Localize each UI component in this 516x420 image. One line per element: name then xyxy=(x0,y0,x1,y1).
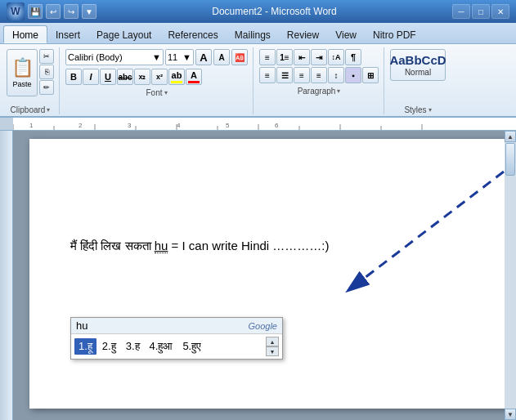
ribbon: 📋 Paste ✂ ⎘ ✏ Clipboard ▾ Calibri (Body)… xyxy=(0,44,516,118)
increase-indent-button[interactable]: ⇥ xyxy=(311,49,327,65)
font-size-decrease-button[interactable]: A xyxy=(213,49,230,65)
ruler-ticks-svg: 1 2 3 4 5 6 xyxy=(13,118,516,130)
align-center-button[interactable]: ☰ xyxy=(276,67,293,83)
ruler-body: 1 2 3 4 5 6 xyxy=(13,118,516,130)
clear-formatting-button[interactable]: 🆎 xyxy=(231,49,248,65)
superscript-button[interactable]: x² xyxy=(151,69,168,85)
clipboard-group: 📋 Paste ✂ ⎘ ✏ Clipboard ▾ xyxy=(2,47,60,114)
subscript-button[interactable]: x₂ xyxy=(134,69,150,85)
sort-button[interactable]: ↕A xyxy=(328,49,344,65)
tab-references[interactable]: References xyxy=(159,25,226,43)
word-icon: W xyxy=(7,2,25,20)
font-color-button[interactable]: A xyxy=(186,69,202,85)
hindi-text-span: मैं हिंदी लिख सकता xyxy=(70,239,155,252)
shading-button[interactable]: ▪ xyxy=(345,67,361,83)
scroll-up-button[interactable]: ▲ xyxy=(505,131,516,142)
minimize-button[interactable]: ─ xyxy=(452,4,470,19)
numbered-list-button[interactable]: 1≡ xyxy=(276,49,293,65)
ime-prev-button[interactable]: ▲ xyxy=(266,337,279,346)
paste-button[interactable]: 📋 Paste xyxy=(7,49,38,96)
save-qat-button[interactable]: 💾 xyxy=(28,4,43,19)
font-family-selector[interactable]: Calibri (Body) ▼ xyxy=(65,49,164,65)
justify-button[interactable]: ≡ xyxy=(311,67,327,83)
text-highlight-button[interactable]: ab xyxy=(168,69,185,85)
font-size-increase-button[interactable]: A xyxy=(195,49,212,65)
scroll-track[interactable] xyxy=(505,142,516,409)
clipboard-expand[interactable]: ▾ xyxy=(47,106,50,114)
font-expand[interactable]: ▾ xyxy=(164,89,168,96)
svg-text:1: 1 xyxy=(29,122,34,129)
styles-group: AaBbCcD Normal Styles ▾ xyxy=(385,47,451,114)
bullet-list-button[interactable]: ≡ xyxy=(259,49,276,65)
svg-text:5: 5 xyxy=(226,122,230,129)
strikethrough-button[interactable]: abc xyxy=(117,69,133,85)
scroll-thumb[interactable] xyxy=(505,143,515,176)
ime-suggestion-1[interactable]: 1.हू xyxy=(74,338,96,355)
tab-review[interactable]: Review xyxy=(279,25,327,43)
more-qat-button[interactable]: ▼ xyxy=(82,4,96,19)
ime-suggestion-box[interactable]: hu Google 1.हू 2.हु 3.ह 4.हुआ xyxy=(70,317,283,360)
vertical-scrollbar[interactable]: ▲ ▼ xyxy=(505,131,516,420)
font-family-row: Calibri (Body) ▼ 11 ▼ A A 🆎 xyxy=(65,49,248,65)
svg-text:3: 3 xyxy=(128,122,132,129)
align-right-button[interactable]: ≡ xyxy=(294,67,310,83)
document-scroll[interactable]: मैं हिंदी लिख सकता hu = I can write Hind… xyxy=(13,131,505,420)
copy-button[interactable]: ⎘ xyxy=(39,65,54,79)
paragraph-expand[interactable]: ▾ xyxy=(337,87,340,95)
close-button[interactable]: ✕ xyxy=(491,4,509,19)
font-group-label: Font ▾ xyxy=(64,87,249,97)
tab-nitro-pdf[interactable]: Nitro PDF xyxy=(365,25,424,43)
show-hide-button[interactable]: ¶ xyxy=(345,49,361,65)
paste-label: Paste xyxy=(12,80,31,88)
document-content: मैं हिंदी लिख सकता hu = I can write Hind… xyxy=(70,237,471,256)
undo-qat-button[interactable]: ↩ xyxy=(46,4,61,19)
document-area: मैं हिंदी लिख सकता hu = I can write Hind… xyxy=(0,131,516,420)
ime-suggestion-4[interactable]: 4.हुआ xyxy=(146,338,177,355)
font-format-row: B I U abc x₂ x² ab A xyxy=(65,69,248,85)
ruler-left-margin xyxy=(0,118,13,130)
line-spacing-button[interactable]: ↕ xyxy=(328,67,344,83)
tab-page-layout[interactable]: Page Layout xyxy=(88,25,159,43)
ruler: 1 2 3 4 5 6 xyxy=(0,118,516,131)
ime-word-span: hu xyxy=(155,239,168,253)
scroll-down-button[interactable]: ▼ xyxy=(505,409,516,420)
cut-button[interactable]: ✂ xyxy=(39,49,54,64)
align-left-button[interactable]: ≡ xyxy=(259,67,276,83)
font-group: Calibri (Body) ▼ 11 ▼ A A 🆎 B I U abc x₂… xyxy=(61,47,254,114)
ime-input-row: hu Google xyxy=(71,318,282,334)
tab-view[interactable]: View xyxy=(327,25,365,43)
styles-preview-text: AaBbCcD xyxy=(389,53,446,68)
redo-qat-button[interactable]: ↪ xyxy=(64,4,79,19)
ribbon-tabs: Home Insert Page Layout References Maili… xyxy=(0,23,516,44)
clipboard-small-buttons: ✂ ⎘ ✏ xyxy=(39,49,54,95)
italic-button[interactable]: I xyxy=(83,69,99,85)
window-controls: ─ □ ✕ xyxy=(452,4,509,19)
borders-button[interactable]: ⊞ xyxy=(362,67,379,83)
clipboard-content: 📋 Paste ✂ ⎘ ✏ xyxy=(5,47,56,104)
tab-home[interactable]: Home xyxy=(3,25,47,43)
document-page[interactable]: मैं हिंदी लिख सकता hu = I can write Hind… xyxy=(29,139,505,409)
styles-preview-box[interactable]: AaBbCcD Normal xyxy=(390,49,446,81)
ime-navigation: ▲ ▼ xyxy=(266,337,279,356)
svg-text:6: 6 xyxy=(275,122,279,129)
format-painter-button[interactable]: ✏ xyxy=(39,80,54,95)
ime-suggestion-2[interactable]: 2.हु xyxy=(98,338,120,355)
ime-next-button[interactable]: ▼ xyxy=(266,346,279,356)
ime-suggestion-3[interactable]: 3.ह xyxy=(122,338,144,355)
ime-brand-label: Google xyxy=(249,321,277,331)
styles-content: AaBbCcD Normal xyxy=(388,47,447,104)
clipboard-group-label: Clipboard ▾ xyxy=(5,104,56,114)
window-title: Document2 - Microsoft Word xyxy=(212,6,337,17)
main-text-line[interactable]: मैं हिंदी लिख सकता hu = I can write Hind… xyxy=(70,237,471,256)
tab-mailings[interactable]: Mailings xyxy=(227,25,279,43)
tab-insert[interactable]: Insert xyxy=(47,25,88,43)
font-size-selector[interactable]: 11 ▼ xyxy=(165,49,194,65)
styles-expand[interactable]: ▾ xyxy=(429,106,432,114)
maximize-button[interactable]: □ xyxy=(472,4,490,19)
ime-suggestion-5[interactable]: 5.हुए xyxy=(178,338,205,355)
paste-icon: 📋 xyxy=(11,57,34,78)
underline-button[interactable]: U xyxy=(100,69,116,85)
decrease-indent-button[interactable]: ⇤ xyxy=(294,49,310,65)
bold-button[interactable]: B xyxy=(65,69,82,85)
svg-text:4: 4 xyxy=(177,122,181,129)
